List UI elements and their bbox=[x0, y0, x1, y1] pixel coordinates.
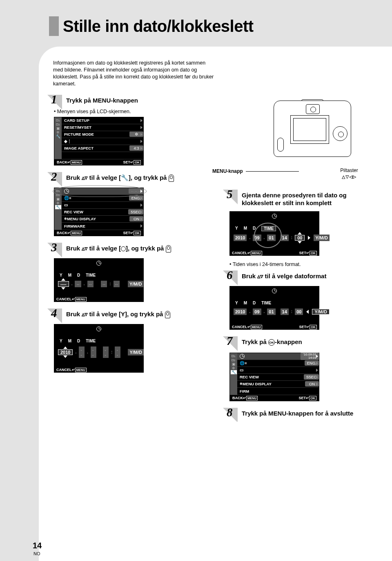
step-5-note: • Tiden vises i 24-timers format. bbox=[229, 262, 376, 267]
lcd7-menudisp: MENU DISPLAY bbox=[243, 382, 272, 386]
lcd5-min: 00 bbox=[295, 235, 305, 241]
ok-button-icon: OK bbox=[268, 339, 275, 346]
tab-camera2-icon: ◘₂ bbox=[232, 358, 235, 362]
lcd1-menu: MENU bbox=[71, 160, 82, 165]
tab-wrench-icon: 🔧 bbox=[56, 134, 60, 139]
lcd4-label-d: D bbox=[77, 339, 80, 343]
step-2-text-c: ], og trykk på bbox=[129, 174, 169, 181]
tab-wrench-selected-icon: 🔧 bbox=[231, 370, 237, 374]
lcd1-row5: IMAGE ASPECT bbox=[64, 146, 94, 150]
step-5-number: 5 bbox=[227, 188, 233, 201]
lcd5-label-d: D bbox=[253, 226, 256, 231]
lcd6-min: 00 bbox=[295, 308, 303, 315]
lcd4-min: -- bbox=[115, 346, 120, 358]
lcd3-label-d: D bbox=[77, 273, 80, 277]
sharpness-icon: ◈⋮ bbox=[64, 139, 71, 143]
step-1-text-c: -knappen bbox=[111, 97, 138, 104]
page-lang: NO bbox=[33, 551, 40, 556]
step-2-number: 2 bbox=[51, 170, 57, 183]
lcd2-menu: MENU bbox=[71, 231, 82, 235]
step-4-number: 4 bbox=[51, 306, 57, 320]
lcd3-label-t: TIME bbox=[86, 273, 96, 277]
lcd3-h: -- bbox=[101, 281, 107, 287]
monitor-icon: ▭ bbox=[64, 203, 68, 207]
tab-gear-icon: ✲ bbox=[56, 130, 60, 134]
intro-paragraph: Informasjonen om dato og klokkeslett reg… bbox=[53, 60, 216, 87]
lcd3-label-y: Y bbox=[60, 273, 62, 277]
gear-small-icon: ✲ bbox=[64, 217, 67, 221]
lcd6-h: 14 bbox=[281, 308, 289, 315]
lcd4-label-m: M bbox=[68, 339, 71, 343]
step-4-text-b: til å velge [Y], og trykk på bbox=[87, 311, 165, 317]
lcd7-time: 14:01 bbox=[308, 356, 316, 360]
lcd7-ok: OK bbox=[309, 396, 316, 400]
updown-icon: ▵▿ bbox=[82, 311, 87, 317]
camera-illustration bbox=[274, 101, 351, 166]
lcd-screenshot-7: ◘₁ ◘₂ ▣ ✲ 🔧 '10.09.01 14:01 bbox=[229, 353, 319, 401]
lcd5-fmt: Y/M/D bbox=[314, 235, 330, 241]
lcd5-cancel: CANCEL bbox=[232, 251, 247, 255]
lcd4-d: -- bbox=[91, 346, 96, 358]
step-7-text-a: Trykk på bbox=[242, 338, 268, 345]
tab-play-icon: ▣ bbox=[56, 126, 60, 130]
step-6-text-b: til å velge datoformat bbox=[263, 273, 326, 279]
lcd1-row2: RESET/MYSET bbox=[64, 125, 91, 130]
lcd4-cancel: CANCEL bbox=[56, 368, 72, 372]
language-icon: 🌐≡ bbox=[64, 196, 71, 200]
tab-camera1-icon: ◘₁ bbox=[232, 354, 235, 358]
lcd-screenshot-4: Y M D TIME 2010 .-- .-- --:-- Y/M/D bbox=[54, 324, 144, 373]
clock-icon bbox=[272, 214, 277, 219]
lcd3-min: -- bbox=[114, 281, 120, 287]
lcd6-set: SET bbox=[299, 325, 306, 329]
lcd6-label-y: Y bbox=[235, 301, 238, 305]
right-button-icon bbox=[165, 311, 170, 318]
clock-icon bbox=[240, 354, 245, 359]
step-6-heading: 6 Bruk ▵▿ til å velge datoformat bbox=[220, 270, 376, 283]
step-1-bullet: • Menyen vises på LCD-skjermen. bbox=[54, 109, 208, 114]
lcd3-y: ---- bbox=[58, 281, 69, 287]
lcd6-label-t: TIME bbox=[261, 301, 271, 305]
arrow-pad-icon bbox=[333, 126, 347, 141]
lcd6-menu: MENU bbox=[251, 325, 262, 329]
piltaster-glyphs: ▵▿◃▹ bbox=[323, 172, 376, 181]
menu-knapp-label: MENU-knapp bbox=[212, 168, 299, 174]
lcd1-set: SET bbox=[123, 160, 130, 164]
lcd2-set: SET bbox=[123, 231, 130, 235]
lcd2-back: BACK bbox=[57, 231, 67, 235]
step-3-text-b: til å velge [ bbox=[87, 245, 121, 252]
lcd-screenshot-2: ◘₁ ◘₂ ▣ ✲ 🔧 --.--.-- 🌐≡ENG. ▭ REC VIEW5S… bbox=[54, 188, 144, 236]
lcd5-m: 09 bbox=[253, 235, 261, 241]
lcd6-cancel: CANCEL bbox=[232, 325, 247, 329]
monitor-icon: ▭ bbox=[240, 368, 243, 372]
lcd6-fmt: Y/M/D bbox=[312, 309, 330, 315]
step-5-text: Gjenta denne prosedyren til dato og klok… bbox=[242, 189, 376, 207]
updown-icon: ▵▿ bbox=[257, 273, 263, 279]
lcd7-set: SET bbox=[298, 396, 306, 400]
step-3-heading: 3 Bruk ▵▿ til å velge [], og trykk på bbox=[45, 242, 208, 255]
lcd7-back: BACK bbox=[232, 396, 243, 400]
lcd1-row3: PICTURE MODE bbox=[64, 132, 94, 136]
step-8-text-a: Trykk på bbox=[242, 410, 268, 417]
step-7-heading: 7 Trykk på OK-knappen bbox=[220, 335, 376, 349]
lcd3-cancel: CANCEL bbox=[56, 297, 72, 301]
step-7-number: 7 bbox=[227, 334, 233, 348]
lcd7-fw: FIRM bbox=[240, 389, 249, 393]
tab-play-icon: ▣ bbox=[232, 362, 236, 366]
step-6-number: 6 bbox=[227, 268, 233, 282]
step-8-number: 8 bbox=[227, 406, 233, 419]
wrench-icon: 🔧 bbox=[121, 174, 129, 181]
step-1-heading: 1 Trykk på MENU-knappen bbox=[45, 94, 208, 107]
tab-gear-icon: ✲ bbox=[232, 366, 235, 370]
step-3-number: 3 bbox=[51, 241, 57, 254]
lcd6-ok: OK bbox=[310, 325, 317, 329]
lcd6-label-m: M bbox=[244, 301, 247, 305]
clock-icon bbox=[272, 288, 277, 293]
lcd3-m: -- bbox=[75, 281, 81, 287]
step-2-text-b: til å velge [ bbox=[87, 174, 121, 181]
lcd5-menu: MENU bbox=[251, 251, 262, 255]
lcd5-set: SET bbox=[299, 251, 306, 255]
clock-icon bbox=[64, 189, 69, 194]
step-4-heading: 4 Bruk ▵▿ til å velge [Y], og trykk på bbox=[45, 308, 208, 321]
language-icon: 🌐≡ bbox=[240, 361, 247, 365]
lcd3-fmt: Y/M/D bbox=[128, 281, 144, 287]
